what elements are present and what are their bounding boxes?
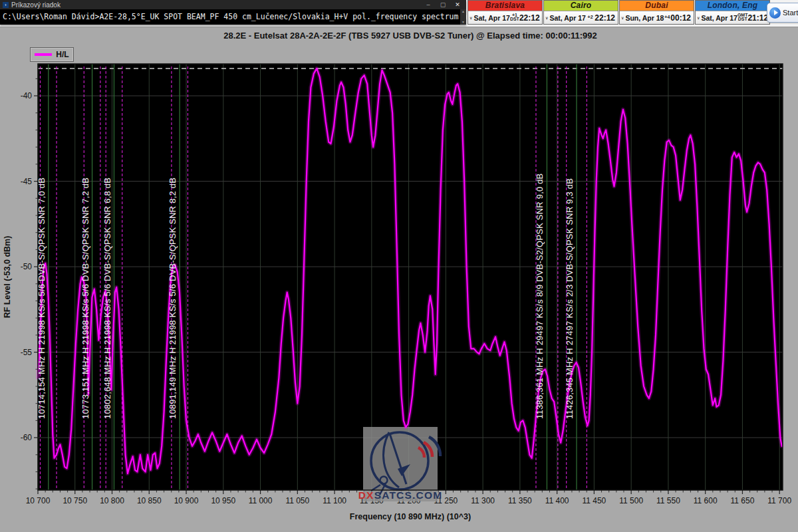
spectrum-chart: 10 70010 75010 80010 85010 90010 95011 0… xyxy=(0,0,798,532)
x-tick-label: 11 350 xyxy=(508,496,532,505)
x-tick-label: 10 800 xyxy=(100,496,124,505)
x-tick-label: 11 300 xyxy=(471,496,495,505)
y-tick-label: -50 xyxy=(21,262,33,271)
transponder-label: 10802,648 MHz H 21998 KS/s 5/6 DVB-S/QPS… xyxy=(102,178,112,419)
clock-timezone: GMTDST xyxy=(737,13,748,21)
watermark-text: DXSATCS.COM xyxy=(358,489,443,501)
x-tick-label: 11 100 xyxy=(323,496,346,505)
plot-area xyxy=(38,64,783,490)
x-tick-label: 11 550 xyxy=(656,496,680,505)
y-tick-label: -40 xyxy=(21,91,33,100)
x-tick-label: 11 700 xyxy=(767,496,791,505)
clock-timezone: +1DST xyxy=(510,13,519,21)
x-tick-label: 10 950 xyxy=(211,496,235,505)
x-tick-label: 10 900 xyxy=(174,496,199,505)
clock-timezone: +2 xyxy=(586,15,595,19)
clock-time: 00:12 xyxy=(670,13,691,23)
x-tick-label: 11 650 xyxy=(731,496,755,505)
chevron-down-icon[interactable]: ∨ xyxy=(697,15,700,20)
terminal-window[interactable]: › Príkazový riadok – ▢ ✕ C:\Users\Roman … xyxy=(0,0,466,25)
maximize-icon[interactable]: ▢ xyxy=(436,1,450,8)
chevron-down-icon[interactable]: ∨ xyxy=(545,15,548,20)
clock-time: 21:12 xyxy=(747,13,768,23)
clock-city-label: Dubai xyxy=(620,1,694,11)
y-tick-label: -60 xyxy=(21,433,33,442)
terminal-body[interactable]: C:\Users\Roman Dávid>A2E-28,5°E_UK SPOT … xyxy=(0,9,466,25)
x-tick-label: 11 050 xyxy=(285,496,309,505)
x-axis-title: Frequency (10 890 MHz) (10^3) xyxy=(350,512,471,521)
y-axis-title: RF Level (-53,0 dBm) xyxy=(3,236,12,319)
close-icon[interactable]: ✕ xyxy=(450,1,465,8)
start-button-label: Start xyxy=(783,9,798,17)
chevron-down-icon[interactable]: ∨ xyxy=(469,15,472,20)
clock-date: Sat, Apr 17 xyxy=(549,14,585,22)
scroll-down-icon[interactable]: ▼ xyxy=(462,20,465,25)
clock-date: Sun, Apr 18 xyxy=(625,14,664,22)
clock-time: 22:12 xyxy=(595,13,615,23)
world-clocks: Bratislava ∨ Sat, Apr 17 +1DST 22:12 Cai… xyxy=(467,0,770,25)
terminal-title: Príkazový riadok xyxy=(11,1,421,9)
legend[interactable]: H/L xyxy=(30,47,74,62)
x-tick-label: 11 600 xyxy=(694,496,718,505)
legend-label: H/L xyxy=(56,50,68,59)
y-tick-label: -55 xyxy=(21,348,33,357)
x-tick-label: 10 700 xyxy=(26,496,51,505)
desktop-screen: 10 70010 75010 80010 85010 90010 95011 0… xyxy=(0,0,798,532)
clock-time: 22:12 xyxy=(519,13,540,23)
clock-timezone: +4 xyxy=(664,15,670,19)
scroll-up-icon[interactable]: ▲ xyxy=(462,9,465,14)
terminal-scrollbar[interactable]: ▲ ▼ xyxy=(460,9,466,25)
x-tick-label: 11 500 xyxy=(619,496,643,505)
start-button[interactable]: Start xyxy=(767,3,798,23)
chart-title: 28.2E - Eutelsat 28A-2A-2E-2F (TBS 5927 … xyxy=(0,31,798,41)
transponder-label: 10773,151 MHz H 21998 KS/s 5/6 DVB-S/QPS… xyxy=(80,178,90,419)
clock-cairo: Cairo ∨ Sat, Apr 17 +2 22:12 xyxy=(543,0,618,25)
transponder-label: 10891,149 MHz H 21998 KS/s 5/6 DVB-S/QPS… xyxy=(168,178,178,419)
terminal-titlebar[interactable]: › Príkazový riadok – ▢ ✕ xyxy=(0,0,466,9)
top-strip: › Príkazový riadok – ▢ ✕ C:\Users\Roman … xyxy=(0,0,798,27)
clock-dubai: Dubai ∨ Sun, Apr 18 +4 00:12 xyxy=(619,0,694,25)
minimize-icon[interactable]: – xyxy=(421,1,436,8)
clock-city-label: London, Eng xyxy=(696,1,769,11)
clock-london: London, Eng ∨ Sat, Apr 17 GMTDST 21:12 xyxy=(695,0,770,25)
chevron-down-icon[interactable]: ∨ xyxy=(621,15,624,20)
play-icon xyxy=(769,7,781,19)
clock-city-label: Cairo xyxy=(544,1,618,11)
x-tick-label: 11 450 xyxy=(582,496,606,505)
terminal-icon: › xyxy=(3,2,9,8)
legend-line-sample xyxy=(35,53,52,56)
transponder-label: 11426,345 MHz H 27497 KS/s 2/3 DVB-S/QPS… xyxy=(565,178,575,419)
clock-date: Sat, Apr 17 xyxy=(701,14,737,22)
transponder-label: 11386,361 MHz H 29497 KS/s 8/9 DVB-S2/QP… xyxy=(535,174,545,420)
clock-bratislava: Bratislava ∨ Sat, Apr 17 +1DST 22:12 xyxy=(467,0,543,25)
x-tick-label: 10 850 xyxy=(137,496,162,505)
clock-date: Sat, Apr 17 xyxy=(473,14,509,22)
x-tick-label: 11 000 xyxy=(249,496,273,505)
y-tick-label: -45 xyxy=(21,177,33,186)
clock-city-label: Bratislava xyxy=(468,1,542,11)
x-tick-label: 11 400 xyxy=(545,496,569,505)
x-tick-label: 10 750 xyxy=(63,496,87,505)
